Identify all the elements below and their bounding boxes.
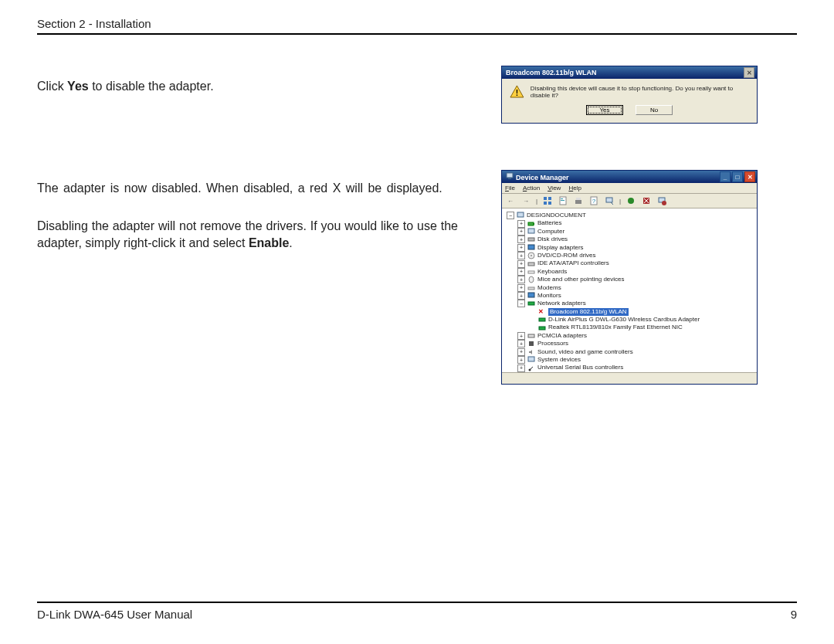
- tree-item[interactable]: +System devices: [517, 356, 752, 364]
- instruction-2: The adapter is now disabled. When disabl…: [37, 180, 458, 197]
- manual-title: D-Link DWA-645 User Manual: [37, 608, 192, 621]
- tree-item[interactable]: +IDE ATA/ATAPI controllers: [517, 259, 752, 267]
- disable-confirm-dialog: Broadcom 802.11b/g WLAN ✕ ! Disabling th…: [501, 66, 758, 124]
- dialog-buttons: Yes No: [502, 102, 757, 123]
- svg-rect-4: [544, 197, 547, 200]
- svg-rect-39: [529, 341, 534, 346]
- tree-item[interactable]: +Sound, video and game controllers: [517, 348, 752, 356]
- minimize-icon[interactable]: _: [720, 171, 731, 182]
- tree-item[interactable]: +Mice and other pointing devices: [517, 276, 752, 283]
- tree-item[interactable]: +DVD/CD-ROM drives: [517, 252, 752, 259]
- tree-item[interactable]: +Display adapters: [517, 244, 752, 252]
- yes-button[interactable]: Yes: [586, 105, 623, 115]
- expand-icon[interactable]: +: [517, 284, 525, 292]
- menu-view[interactable]: View: [548, 185, 561, 192]
- dialog-message: Disabling this device will cause it to s…: [531, 85, 749, 99]
- tree-item[interactable]: +Monitors: [517, 292, 752, 300]
- expand-icon[interactable]: +: [517, 348, 525, 356]
- tree-item[interactable]: +Batteries: [517, 219, 752, 227]
- svg-rect-15: [606, 198, 612, 202]
- grid-icon[interactable]: [542, 195, 553, 206]
- disk-icon: [527, 236, 535, 243]
- collapse-icon[interactable]: −: [507, 212, 514, 219]
- maximize-icon[interactable]: □: [732, 171, 743, 182]
- enable-icon[interactable]: [626, 195, 636, 206]
- properties-icon[interactable]: [558, 195, 568, 206]
- expand-icon[interactable]: +: [517, 340, 525, 347]
- dm-title-text: Device Manager: [516, 174, 569, 181]
- instruction-3: Disabling the adapter will not remove th…: [37, 218, 458, 251]
- close-icon[interactable]: ✕: [744, 67, 754, 78]
- tree-item[interactable]: +Processors: [517, 340, 752, 347]
- svg-rect-30: [528, 263, 534, 266]
- tree-item[interactable]: +Disk drives: [517, 236, 752, 243]
- nic-icon: [538, 316, 546, 324]
- computer-icon: [506, 172, 514, 180]
- close-icon[interactable]: ✕: [744, 171, 755, 182]
- expand-icon[interactable]: +: [517, 244, 525, 252]
- node-label: Network adapters: [537, 300, 586, 307]
- forward-icon[interactable]: →: [520, 195, 531, 206]
- monitor-icon: [527, 292, 535, 300]
- expand-icon[interactable]: +: [517, 220, 525, 228]
- svg-rect-26: [528, 238, 534, 241]
- dialog-body: ! Disabling this device will cause it to…: [502, 79, 757, 102]
- text: .: [289, 236, 292, 249]
- expand-icon[interactable]: +: [517, 228, 525, 236]
- no-button[interactable]: No: [636, 105, 673, 115]
- svg-rect-38: [528, 334, 534, 337]
- print-icon[interactable]: [573, 195, 584, 206]
- svg-point-32: [529, 276, 534, 283]
- expand-icon[interactable]: +: [517, 356, 525, 364]
- expand-icon[interactable]: +: [517, 292, 525, 300]
- svg-rect-5: [548, 197, 551, 200]
- tree-item[interactable]: +Keyboards: [517, 268, 752, 276]
- node-label: IDE ATA/ATAPI controllers: [537, 259, 609, 267]
- tree-item[interactable]: Realtek RTL8139/810x Family Fast Etherne…: [528, 324, 752, 331]
- menu-action[interactable]: Action: [523, 185, 540, 192]
- tree-item[interactable]: +Computer: [517, 228, 752, 236]
- node-label: Mice and other pointing devices: [537, 276, 625, 283]
- node-label: Monitors: [537, 292, 561, 300]
- device-tree[interactable]: −DESIGNDOCUMENT +Batteries +Computer +Di…: [502, 208, 757, 372]
- tree-item[interactable]: +Universal Serial Bus controllers: [517, 364, 752, 371]
- tree-item-network[interactable]: −Network adapters: [517, 300, 752, 307]
- back-icon[interactable]: ←: [505, 195, 516, 206]
- sound-icon: [527, 348, 535, 356]
- tree-root[interactable]: −DESIGNDOCUMENT: [507, 212, 752, 219]
- svg-rect-36: [539, 318, 545, 321]
- tree-item[interactable]: +PCMCIA adapters: [517, 332, 752, 340]
- uninstall-icon[interactable]: [656, 195, 667, 206]
- expand-icon[interactable]: +: [517, 252, 525, 259]
- keyboard-icon: [527, 268, 535, 276]
- node-label: Sound, video and game controllers: [537, 348, 633, 356]
- tree-item-broadcom[interactable]: ✕Broadcom 802.11b/g WLAN: [528, 308, 752, 316]
- scan-icon[interactable]: [604, 195, 615, 206]
- collapse-icon[interactable]: −: [517, 300, 525, 307]
- tree-item[interactable]: D-Link AirPlus G DWL-G630 Wireless Cardb…: [528, 316, 752, 324]
- mouse-icon: [527, 276, 535, 283]
- left-column: Click Yes to disable the adapter. The ad…: [37, 66, 458, 385]
- menu-help[interactable]: Help: [568, 185, 581, 192]
- menu-file[interactable]: File: [505, 185, 515, 192]
- expand-icon[interactable]: +: [517, 332, 525, 340]
- svg-rect-33: [528, 287, 534, 290]
- expand-icon[interactable]: +: [517, 364, 525, 372]
- nic-icon: ✕: [538, 308, 546, 316]
- dm-toolbar: ← → | ? |: [502, 194, 757, 208]
- disable-icon[interactable]: [641, 195, 652, 206]
- node-label: Display adapters: [537, 244, 584, 252]
- svg-rect-41: [528, 357, 534, 361]
- svg-rect-6: [544, 202, 547, 205]
- expand-icon[interactable]: +: [517, 260, 525, 268]
- expand-icon[interactable]: +: [517, 268, 525, 276]
- expand-icon[interactable]: +: [517, 236, 525, 243]
- node-label: DVD/CD-ROM drives: [537, 252, 596, 259]
- header-section: Section 2 - Installation: [37, 17, 797, 30]
- svg-rect-22: [517, 212, 524, 217]
- dialog-titlebar: Broadcom 802.11b/g WLAN ✕: [502, 66, 757, 79]
- tree-item[interactable]: +Modems: [517, 284, 752, 292]
- svg-rect-12: [576, 198, 581, 200]
- help-icon[interactable]: ?: [588, 195, 599, 206]
- expand-icon[interactable]: +: [517, 276, 525, 283]
